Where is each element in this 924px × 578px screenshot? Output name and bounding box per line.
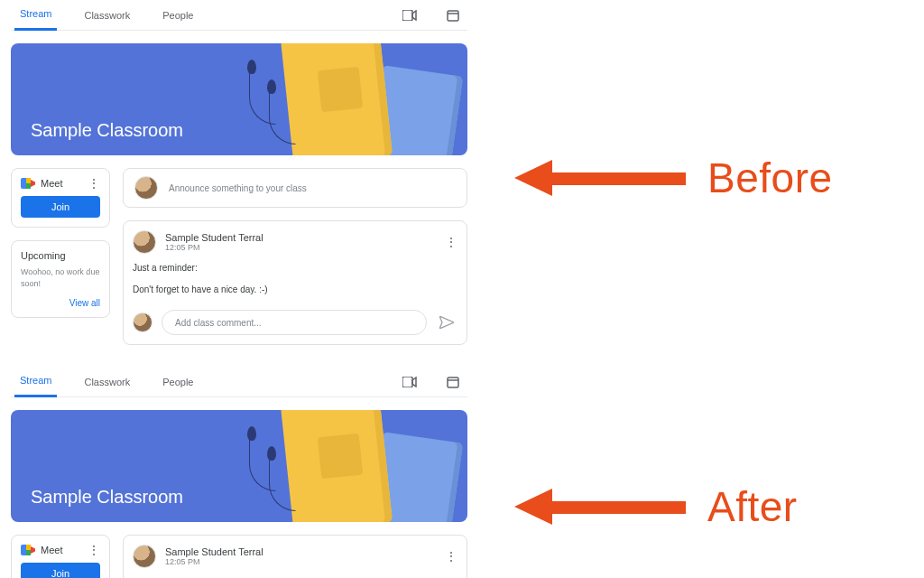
post-author-avatar <box>133 545 156 568</box>
tab-people[interactable]: People <box>157 367 199 397</box>
stream-post: Sample Student Terral 12:05 PM ⋮ Just a … <box>123 220 467 345</box>
arrow-icon <box>514 489 686 525</box>
annotation-column: Before After <box>514 0 833 531</box>
classroom-panel-after: Stream Classwork People <box>0 367 478 578</box>
class-hero-banner: Sample Classroom <box>11 410 467 522</box>
svg-rect-4 <box>448 378 458 387</box>
announce-composer[interactable]: Announce something to your class <box>123 168 467 208</box>
meet-camera-icon[interactable] <box>399 5 420 26</box>
meet-logo-icon <box>21 545 35 555</box>
comment-avatar <box>133 312 152 332</box>
annotation-after: After <box>514 482 833 531</box>
svg-rect-0 <box>402 10 412 21</box>
tab-classwork[interactable]: Classwork <box>79 0 135 31</box>
tab-stream[interactable]: Stream <box>14 367 57 397</box>
annotation-after-label: After <box>707 482 798 531</box>
hero-illustration <box>251 43 467 155</box>
annotation-before-label: Before <box>707 154 833 202</box>
post-more-icon[interactable]: ⋮ <box>445 235 457 249</box>
tab-stream[interactable]: Stream <box>14 0 57 31</box>
tab-bar: Stream Classwork People <box>11 0 467 31</box>
post-body-line2: Don't forget to have a nice day. :-) <box>133 283 457 297</box>
classroom-panel-before: Stream Classwork People <box>0 0 478 356</box>
post-time: 12:05 PM <box>165 243 263 252</box>
announce-placeholder: Announce something to your class <box>169 183 307 193</box>
post-author-name: Sample Student Terral <box>165 232 263 243</box>
join-meet-button[interactable]: Join <box>21 563 100 578</box>
class-title: Sample Classroom <box>31 487 183 508</box>
user-avatar <box>134 176 158 200</box>
post-author-name: Sample Student Terral <box>165 546 263 557</box>
meet-camera-icon[interactable] <box>399 371 420 393</box>
stream-post: Sample Student Terral 12:05 PM ⋮ Just a … <box>123 535 467 578</box>
meet-more-icon[interactable]: ⋮ <box>88 179 100 188</box>
post-author-avatar <box>133 230 156 254</box>
upcoming-card: Upcoming Woohoo, no work due soon! View … <box>11 240 110 318</box>
send-comment-icon[interactable] <box>436 312 457 333</box>
meet-card: Meet ⋮ Join <box>11 168 110 228</box>
calendar-icon[interactable] <box>442 371 464 393</box>
meet-label: Meet <box>41 545 62 555</box>
add-comment-input[interactable]: Add class comment... <box>162 310 427 335</box>
meet-logo-icon <box>21 178 35 189</box>
post-more-icon[interactable]: ⋮ <box>445 549 457 564</box>
annotation-before: Before <box>514 154 833 202</box>
join-meet-button[interactable]: Join <box>21 196 100 218</box>
tab-bar: Stream Classwork People <box>11 367 467 397</box>
tab-classwork[interactable]: Classwork <box>79 367 135 397</box>
hero-illustration <box>251 410 467 522</box>
meet-more-icon[interactable]: ⋮ <box>88 545 100 555</box>
post-time: 12:05 PM <box>165 557 263 566</box>
upcoming-title: Upcoming <box>21 250 100 261</box>
svg-rect-3 <box>402 377 412 387</box>
svg-rect-1 <box>448 11 458 21</box>
upcoming-view-all-link[interactable]: View all <box>21 298 100 308</box>
arrow-icon <box>514 160 686 196</box>
class-hero-banner: Sample Classroom <box>11 43 467 155</box>
post-body-line1: Just a reminder: <box>133 261 457 275</box>
upcoming-text: Woohoo, no work due soon! <box>21 266 100 289</box>
class-title: Sample Classroom <box>31 120 183 141</box>
meet-label: Meet <box>41 178 62 189</box>
tab-people[interactable]: People <box>157 0 199 31</box>
meet-card: Meet ⋮ Join <box>11 535 110 578</box>
calendar-icon[interactable] <box>442 5 464 26</box>
